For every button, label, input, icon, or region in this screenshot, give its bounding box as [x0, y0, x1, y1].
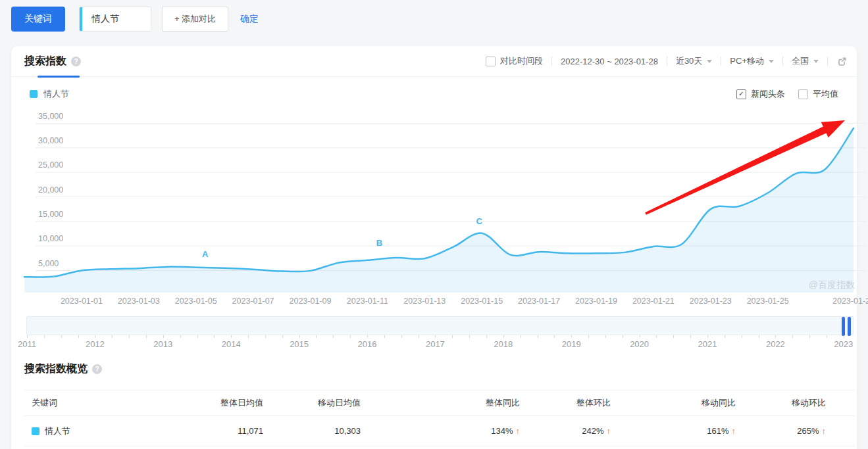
news-headlines-label: 新闻头条: [751, 88, 785, 100]
average-checkbox[interactable]: [798, 89, 808, 99]
svg-text:5,000: 5,000: [38, 259, 59, 268]
period-dropdown[interactable]: 近30天: [676, 55, 712, 67]
panel-header: 搜索指数 ? 对比时间段 2022-12-30 ~ 2023-01-28 近30…: [11, 46, 857, 77]
col-mobile-yoy: 移动同比: [611, 397, 736, 409]
svg-text:2023-01-01: 2023-01-01: [61, 296, 103, 306]
series-swatch: [32, 427, 39, 435]
control-divider: [667, 57, 667, 66]
control-divider: [721, 57, 721, 66]
compare-period-label: 对比时间段: [500, 55, 543, 67]
timeline-year-label: 2014: [217, 339, 245, 349]
timeline-slider-track[interactable]: [26, 316, 854, 335]
timeline-year-label: 2021: [693, 339, 722, 349]
svg-text:2023-01-03: 2023-01-03: [118, 296, 160, 306]
mobile-daily-avg-value: 10,303: [263, 426, 361, 436]
svg-text:2023-01-21: 2023-01-21: [632, 296, 675, 306]
svg-text:2023-01-19: 2023-01-19: [575, 296, 617, 306]
col-keyword: 关键词: [24, 397, 211, 409]
svg-text:2023-01-25: 2023-01-25: [747, 296, 789, 306]
add-compare-button[interactable]: + 添加对比: [162, 7, 228, 32]
tab-label: 搜索指数: [24, 46, 66, 76]
col-mobile-daily-avg: 移动日均值: [263, 397, 361, 409]
overall-mom-value: 242%↑: [520, 426, 611, 436]
timeline-year-label: 2020: [625, 339, 654, 349]
keyword-value: 情人节: [45, 425, 70, 437]
timeline-year-label: 2012: [80, 339, 109, 349]
control-divider: [782, 57, 783, 66]
trend-chart-svg: 5,00010,00015,00020,00025,00030,00035,00…: [24, 108, 868, 312]
mobile-mom-value: 265%↑: [736, 426, 844, 436]
trend-chart[interactable]: 5,00010,00015,00020,00025,00030,00035,00…: [24, 108, 868, 312]
svg-text:2023-01-17: 2023-01-17: [518, 296, 560, 306]
overview-table: 关键词 整体日均值 移动日均值 整体同比 整体环比 移动同比 移动环比 情人节 …: [24, 390, 855, 446]
svg-text:20,000: 20,000: [38, 185, 63, 195]
svg-text:15,000: 15,000: [38, 210, 63, 219]
timeline-year-label: 2017: [421, 339, 449, 349]
compare-period-toggle[interactable]: 对比时间段: [486, 55, 543, 67]
news-headlines-toggle[interactable]: ✓ 新闻头条: [736, 88, 785, 100]
overview-table-header: 关键词 整体日均值 移动日均值 整体同比 整体环比 移动同比 移动环比: [24, 390, 855, 416]
keyword-input[interactable]: [79, 7, 151, 32]
overview-title: 搜索指数概览: [24, 362, 88, 376]
svg-text:2023-01-23: 2023-01-23: [690, 296, 732, 306]
slider-handle-right[interactable]: [848, 317, 851, 336]
help-icon[interactable]: ?: [92, 364, 102, 374]
table-row: 情人节 11,071 10,303 134%↑ 242%↑ 161%↑ 265%…: [24, 416, 855, 446]
help-icon[interactable]: ?: [71, 57, 81, 66]
device-dropdown[interactable]: PC+移动: [730, 55, 774, 67]
svg-text:2023-01-09: 2023-01-09: [290, 296, 332, 306]
export-icon[interactable]: [836, 56, 848, 67]
compare-period-checkbox[interactable]: [486, 57, 496, 66]
timeline-year-label: 2022: [761, 339, 790, 349]
up-arrow-icon: ↑: [822, 426, 827, 436]
svg-text:B: B: [376, 238, 382, 248]
svg-text:35,000: 35,000: [38, 112, 63, 121]
slider-handle-left[interactable]: [842, 317, 845, 336]
news-headlines-checkbox[interactable]: ✓: [736, 89, 746, 99]
timeline-year-label: 2013: [149, 339, 178, 349]
col-overall-yoy: 整体同比: [361, 397, 520, 409]
region-dropdown[interactable]: 全国: [792, 55, 819, 67]
svg-text:A: A: [202, 249, 209, 259]
timeline-ticks: [26, 335, 854, 339]
legend-row: 情人节 ✓ 新闻头条 平均值: [11, 85, 857, 103]
timeline-year-label: 2018: [489, 339, 518, 349]
chevron-down-icon: [813, 60, 819, 63]
timeline-year-label: 2011: [13, 339, 41, 349]
svg-text:2023-01-11: 2023-01-11: [347, 296, 388, 306]
col-mobile-mom: 移动环比: [736, 397, 844, 409]
control-divider: [827, 57, 828, 66]
average-label: 平均值: [813, 88, 838, 100]
col-overall-mom: 整体环比: [520, 397, 611, 409]
period-dropdown-label: 近30天: [676, 55, 702, 67]
svg-text:2023-01-28: 2023-01-28: [832, 296, 868, 306]
overall-yoy-value: 134%↑: [361, 426, 520, 436]
control-divider: [551, 57, 552, 66]
series-legend: 情人节: [30, 88, 69, 100]
date-range-picker[interactable]: 2022-12-30 ~ 2023-01-28: [561, 57, 658, 66]
svg-text:2023-01-13: 2023-01-13: [403, 296, 446, 306]
search-index-panel: 搜索指数 ? 对比时间段 2022-12-30 ~ 2023-01-28 近30…: [11, 46, 857, 449]
series-legend-label: 情人节: [43, 88, 69, 100]
chevron-down-icon: [769, 60, 774, 63]
overall-daily-avg-value: 11,071: [211, 426, 263, 436]
svg-text:2023-01-05: 2023-01-05: [175, 296, 217, 306]
mobile-yoy-value: 161%↑: [611, 426, 736, 436]
timeline-year-labels: 2011201220132014201520162017201820192020…: [26, 339, 854, 351]
timeline-year-label: 2016: [353, 339, 382, 349]
confirm-link[interactable]: 确定: [240, 13, 259, 25]
search-toolbar: 关键词 + 添加对比 确定: [11, 7, 259, 32]
active-tab-indicator: [38, 76, 80, 78]
timeline-year-label: 2015: [285, 339, 314, 349]
region-dropdown-label: 全国: [792, 55, 809, 67]
timeline-year-label: 2023: [829, 339, 858, 349]
svg-text:25,000: 25,000: [38, 160, 63, 170]
overview-title-row: 搜索指数概览 ?: [24, 362, 102, 376]
legend-toggles: ✓ 新闻头条 平均值: [736, 88, 838, 100]
keyword-cell: 情人节: [24, 425, 211, 437]
average-toggle[interactable]: 平均值: [798, 88, 838, 100]
svg-text:10,000: 10,000: [38, 234, 63, 243]
timeline-year-label: 2019: [557, 339, 586, 349]
keyword-button[interactable]: 关键词: [11, 7, 65, 32]
tab-search-index[interactable]: 搜索指数 ?: [24, 46, 81, 76]
